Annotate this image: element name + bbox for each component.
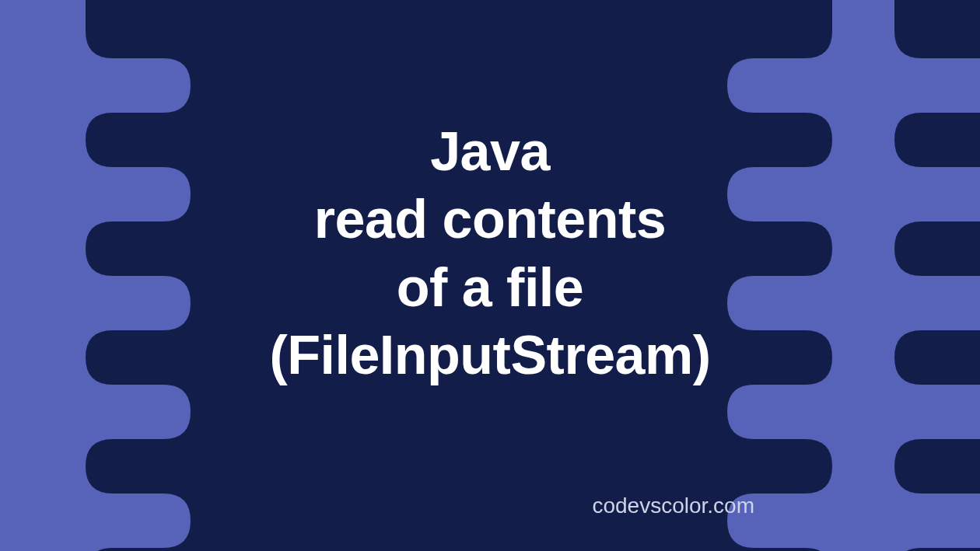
title-line-2: read contents <box>0 186 980 254</box>
title-line-1: Java <box>0 118 980 187</box>
title-container: Java read contents of a file (FileInputS… <box>0 118 980 390</box>
attribution-text: codevscolor.com <box>592 493 754 518</box>
title-line-4: (FileInputStream) <box>0 322 980 390</box>
title-line-3: of a file <box>0 254 980 323</box>
